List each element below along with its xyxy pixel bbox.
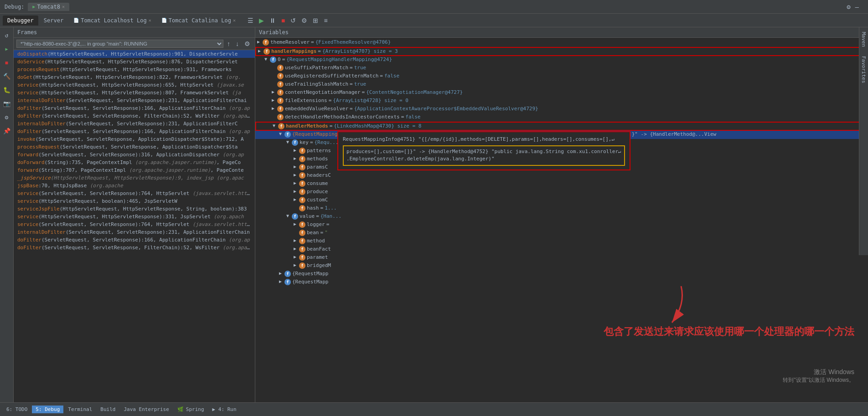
var-headersc[interactable]: ▶ f headersC xyxy=(255,172,868,180)
var-icon-f: f xyxy=(299,164,305,170)
catalina-tab-close[interactable]: ✕ xyxy=(233,18,236,23)
var-name: {RequestMapp xyxy=(292,271,328,277)
var-embeddedvalueresolver[interactable]: ▶ f embeddedValueResolver = {Application… xyxy=(255,105,868,113)
frame-item-1[interactable]: doService(HttpServletRequest, HttpServle… xyxy=(14,58,255,66)
sidebar-reload-icon[interactable]: ↺ xyxy=(1,30,12,41)
var-beanfact[interactable]: ▶ f beanFact xyxy=(255,246,868,254)
status-run[interactable]: ▶ 4: Run xyxy=(209,406,240,413)
var-requestmapp-2[interactable]: ▶ f {RequestMapp xyxy=(255,278,868,287)
frame-item-14[interactable]: doForward(String):735, PageContextImpl (… xyxy=(14,159,255,166)
var-bean[interactable]: f bean = " xyxy=(255,229,868,237)
var-bridgedm[interactable]: ▶ f bridgedM xyxy=(255,262,868,270)
var-produce[interactable]: ▶ f produce xyxy=(255,188,868,196)
var-eq: = xyxy=(282,56,285,62)
status-todo[interactable]: 6: TODO xyxy=(3,406,31,413)
frame-item-6[interactable]: internalDoFilter(ServletRequest, Servlet… xyxy=(14,97,255,104)
var-handlermethods[interactable]: ▼ f handlerMethods = {LinkedHashMap@4730… xyxy=(255,122,868,131)
var-logger[interactable]: ▶ f logger = xyxy=(255,221,868,229)
var-toggle: ▶ xyxy=(294,156,299,161)
sidebar-play-icon[interactable]: ▶ xyxy=(1,43,12,54)
status-spring[interactable]: 🌿 Spring xyxy=(174,406,208,413)
toolbar-pause-btn[interactable]: ⏸ xyxy=(268,16,278,25)
thread-selector[interactable]: *"http-nio-8080-exec-3"@2,... in group "… xyxy=(16,40,223,48)
toolbar-resume-btn[interactable]: ▶ xyxy=(257,16,266,25)
toolbar-grid-btn[interactable]: ⊞ xyxy=(311,16,320,25)
var-usetrailingslash[interactable]: f useTrailingSlashMatch = true xyxy=(255,81,868,89)
frame-item-20[interactable]: serviceJspFile(HttpServletRequest, HttpS… xyxy=(14,205,255,213)
status-terminal[interactable]: Terminal xyxy=(64,406,96,413)
var-method[interactable]: ▶ f method xyxy=(255,237,868,246)
frame-item-15[interactable]: forward(String):707, PageContextImpl (or… xyxy=(14,166,255,174)
frame-item-13[interactable]: forward(ServletRequest, ServletResponse)… xyxy=(14,151,255,159)
status-java-enterprise[interactable]: Java Enterprise xyxy=(120,406,172,413)
frames-toolbar: *"http-nio-8080-exec-3"@2,... in group "… xyxy=(14,38,255,50)
var-contentnegotiation[interactable]: ▶ f contentNegotiationManager = {Content… xyxy=(255,89,868,97)
sidebar-gear-icon[interactable]: ⚙ xyxy=(1,112,12,123)
tab-server[interactable]: Server xyxy=(39,15,68,26)
frames-down-btn[interactable]: ↓ xyxy=(234,39,241,48)
var-detecthandler[interactable]: f detectHandlerMethodsInAncestorContexts… xyxy=(255,113,868,122)
frame-item-11[interactable]: invoke(ServletRequest, ServletResponse, … xyxy=(14,135,255,143)
var-value-entry[interactable]: ▼ f value = {Han... xyxy=(255,213,868,221)
toolbar-menu-btn[interactable]: ☰ xyxy=(246,16,255,25)
sidebar-camera-icon[interactable]: 📷 xyxy=(1,98,12,109)
frame-item-4[interactable]: service(HttpServletRequest, HttpServletR… xyxy=(14,81,255,89)
minimize-icon[interactable]: — xyxy=(855,3,859,10)
var-hash[interactable]: f hash = 1... xyxy=(255,205,868,213)
frame-item-3[interactable]: doGet(HttpServletRequest, HttpServletRes… xyxy=(14,73,255,81)
frame-item-19[interactable]: service(HttpServletRequest, boolean):465… xyxy=(14,197,255,205)
var-name: logger xyxy=(307,221,325,227)
frame-item-10[interactable]: doFilter(ServletRequest, ServletResponse… xyxy=(14,128,255,135)
var-handlermappings[interactable]: ▶ f handlerMappings = {ArrayList@4707} s… xyxy=(255,47,868,56)
toolbar-reconnect-btn[interactable]: ↺ xyxy=(289,16,298,25)
tomcat-tab-close[interactable]: ✕ xyxy=(62,4,65,9)
localhost-tab-close[interactable]: ✕ xyxy=(149,18,151,23)
sidebar-stop-icon[interactable]: ■ xyxy=(1,57,12,68)
frame-item-16[interactable]: _jspService(HttpServletRequest, HttpServ… xyxy=(14,174,255,182)
frames-up-btn[interactable]: ↑ xyxy=(225,39,232,48)
var-0-requestmapping[interactable]: ▼ f 0 = {RequestMappingHandlerMapping@47… xyxy=(255,56,868,64)
frame-item-24[interactable]: doFilter(ServletRequest, ServletResponse… xyxy=(14,236,255,244)
tooltip-line1: RequestMappingInfo@4751} "{[/emp/{id}],m… xyxy=(343,136,625,144)
frame-item-0[interactable]: doDispatch(HttpServletRequest, HttpServl… xyxy=(14,50,255,58)
status-build[interactable]: Build xyxy=(97,406,119,413)
var-consume[interactable]: ▶ f consume xyxy=(255,180,868,188)
frame-item-5[interactable]: service(HttpServletRequest, HttpServletR… xyxy=(14,89,255,97)
frame-item-8[interactable]: doFilter(ServletRequest, ServletResponse… xyxy=(14,112,255,120)
var-themeresolver[interactable]: ▶ f themeResolver = {FixedThemeResolver@… xyxy=(255,39,868,47)
frame-item-12[interactable]: processRequest(ServletRequest, ServletRe… xyxy=(14,143,255,151)
frame-item-25[interactable]: doFilter(ServletRequest, ServletResponse… xyxy=(14,244,255,252)
status-debug[interactable]: 5: Debug xyxy=(32,406,63,413)
var-fileextensions[interactable]: ▶ f fileExtensions = {ArrayList@4728} si… xyxy=(255,97,868,105)
maven-label[interactable]: Maven xyxy=(861,27,867,51)
tab-catalina-log[interactable]: 📄 Tomcat Catalina Log ✕ xyxy=(157,15,240,26)
frame-item-17[interactable]: jspBase:70, HttpJspBase (org.apache xyxy=(14,182,255,190)
sidebar-build-icon[interactable]: 🔨 xyxy=(1,71,12,82)
windows-line1: 激活 Windows xyxy=(783,368,854,376)
sidebar-pin-icon[interactable]: 📌 xyxy=(1,125,12,136)
sidebar-debug-icon[interactable]: 🐛 xyxy=(1,84,12,95)
toolbar-list-btn[interactable]: ≡ xyxy=(322,16,329,25)
frame-item-9[interactable]: internalDoFilter(ServletRequest, Servlet… xyxy=(14,120,255,128)
settings-icon[interactable]: ⚙ xyxy=(847,3,850,10)
frames-filter-btn[interactable]: ⚙ xyxy=(243,39,252,48)
frame-item-21[interactable]: service(HttpServletRequest, HttpServletR… xyxy=(14,213,255,221)
frame-item-18[interactable]: service(ServletRequest, ServletResponse)… xyxy=(14,190,255,197)
var-usesuffixpatternmatch[interactable]: f useSuffixPatternMatch = true xyxy=(255,64,868,72)
tomcat-tab[interactable]: ▶ Tomcat8 ✕ xyxy=(28,3,69,11)
var-useregistered[interactable]: f useRegisteredSuffixPatternMatch = fals… xyxy=(255,72,868,81)
toolbar-stop-btn[interactable]: ■ xyxy=(279,16,287,25)
var-value: " xyxy=(325,230,328,236)
var-paramet[interactable]: ▶ f paramet xyxy=(255,254,868,262)
frame-item-22[interactable]: service(ServletRequest, ServletResponse)… xyxy=(14,221,255,228)
favorites-label[interactable]: Favorites xyxy=(861,51,867,88)
tab-localhost-log[interactable]: 📄 Tomcat Localhost Log ✕ xyxy=(69,15,156,26)
var-requestmapp-1[interactable]: ▶ f {RequestMapp xyxy=(255,270,868,278)
frame-item-7[interactable]: doFilter(ServletRequest, ServletResponse… xyxy=(14,104,255,112)
tab-debugger[interactable]: Debugger xyxy=(3,15,38,26)
var-toggle: ▼ xyxy=(286,139,292,144)
toolbar-settings-btn[interactable]: ⚙ xyxy=(300,16,309,25)
var-customc[interactable]: ▶ f customC xyxy=(255,196,868,205)
frame-item-2[interactable]: processRequest(HttpServletRequest, HttpS… xyxy=(14,66,255,73)
frame-item-23[interactable]: internalDoFilter(ServletRequest, Servlet… xyxy=(14,228,255,236)
